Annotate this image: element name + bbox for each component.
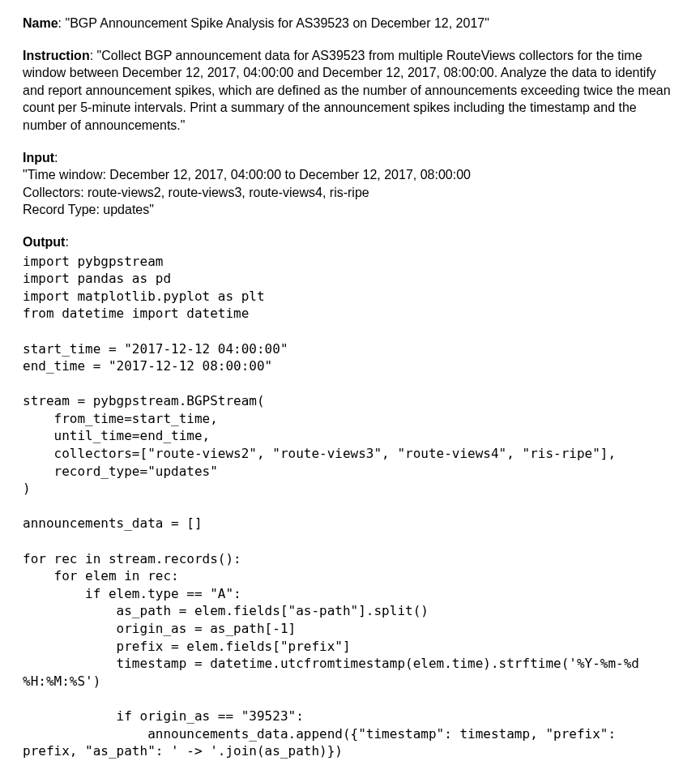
document-page: Name: "BGP Announcement Spike Analysis f… <box>0 0 700 778</box>
input-line: Record Type: updates" <box>23 201 677 219</box>
input-line: Collectors: route-views2, route-views3, … <box>23 184 677 202</box>
input-label: Input <box>23 151 54 165</box>
instruction-value: "Collect BGP announcement data for AS395… <box>23 49 671 132</box>
instruction-label: Instruction <box>23 49 90 62</box>
input-line: "Time window: December 12, 2017, 04:00:0… <box>23 166 677 184</box>
output-label: Output <box>23 235 65 249</box>
colon: : <box>54 151 58 165</box>
instruction-block: Instruction: "Collect BGP announcement d… <box>23 47 677 135</box>
input-block: Input: "Time window: December 12, 2017, … <box>23 149 677 219</box>
name-label: Name <box>23 16 58 30</box>
output-code: import pybgpstream import pandas as pd i… <box>23 253 677 760</box>
ellipsis: … <box>23 772 677 778</box>
name-block: Name: "BGP Announcement Spike Analysis f… <box>23 15 677 32</box>
colon: : <box>65 235 68 249</box>
colon: : <box>90 49 97 62</box>
name-value: "BGP Announcement Spike Analysis for AS3… <box>65 16 489 30</box>
output-block: Output: import pybgpstream import pandas… <box>23 233 677 778</box>
